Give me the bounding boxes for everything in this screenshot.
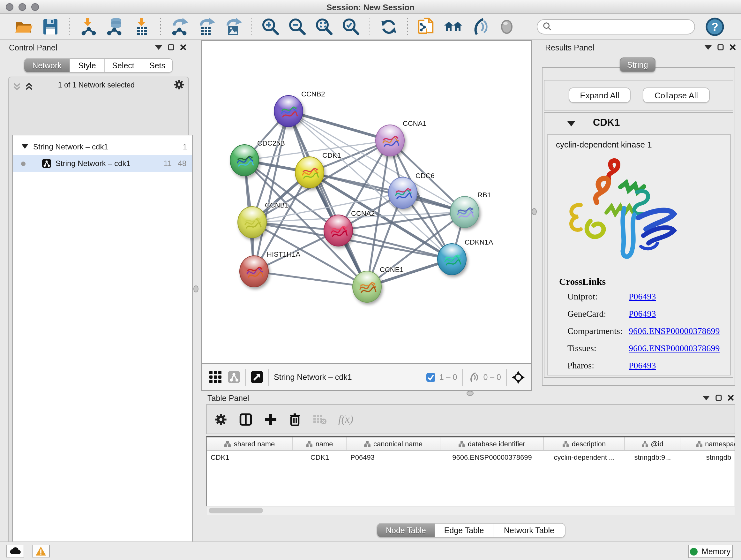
node-CDC6[interactable] [388,177,417,209]
table-cell[interactable]: stringdb:9... [625,451,680,463]
collapse-all-button[interactable]: Collapse All [643,87,710,103]
zoom-in-icon[interactable] [261,17,280,36]
create-column-plus-icon[interactable] [264,413,277,426]
column-header-description[interactable]: description [544,437,625,450]
export-network-icon[interactable] [170,17,189,36]
show-panels-eye-icon[interactable] [497,17,516,36]
tab-string[interactable]: String [620,57,656,72]
crosslink-link[interactable]: P06493 [629,361,656,371]
network-canvas[interactable]: CCNB2CCNA1CDC25BCDK1CDC6RB1CCNB1CCNA2CDK… [201,40,532,364]
edge-CCNB2-CCNA1[interactable] [288,111,390,140]
export-table-icon[interactable] [197,17,216,36]
tab-sets[interactable]: Sets [142,59,172,72]
search-field[interactable] [537,19,695,34]
column-header--id[interactable]: @id [625,437,680,450]
node-CDC25B[interactable] [230,144,259,176]
delete-column-trash-icon[interactable] [288,412,301,426]
crosslink-link[interactable]: P06493 [629,292,656,302]
help-icon[interactable]: ? [705,17,724,36]
crosslink-link[interactable]: 9606.ENSP00000378699 [629,326,720,336]
panel-float-icon[interactable] [718,44,724,51]
table-cell[interactable]: CDK1 [207,451,293,463]
crosslink-link[interactable]: 9606.ENSP00000378699 [629,344,720,354]
node-RB1[interactable] [450,196,479,228]
node-label-HIST1H1A: HIST1H1A [267,250,300,258]
scrollbar-thumb[interactable] [209,508,263,513]
zoom-fit-icon[interactable] [315,17,334,36]
export-image-icon[interactable] [223,17,243,36]
panel-collapse-icon[interactable] [155,44,162,50]
tab-select[interactable]: Select [105,59,142,72]
network-row-selected[interactable]: String Network – cdk1 11 48 [13,155,192,172]
panel-close-icon[interactable] [728,395,734,401]
import-database-icon[interactable] [105,17,125,36]
node-CCNE1[interactable] [352,271,382,303]
node-HIST1H1A[interactable] [239,255,269,287]
import-network-icon[interactable] [78,17,98,36]
node-CCNA2[interactable] [324,214,353,246]
panel-collapse-icon[interactable] [703,395,710,401]
node-label-CCNB1: CCNB1 [265,201,289,209]
tab-node-table[interactable]: Node Table [377,523,435,537]
table-cell[interactable]: CDK1 [293,451,347,463]
node-CDK1[interactable] [295,157,324,188]
panel-collapse-icon[interactable] [704,44,712,50]
network-options-gear-icon[interactable] [174,79,185,90]
tab-style[interactable]: Style [70,59,105,72]
left-splitter-handle[interactable] [193,286,199,293]
selected-checkbox-icon[interactable] [427,373,435,381]
hide-panels-icon[interactable] [470,17,489,36]
tab-edge-table[interactable]: Edge Table [435,523,493,537]
memory-button[interactable]: Memory [688,545,733,558]
table-row[interactable]: CDK1CDK1P064939606.ENSP00000378699cyclin… [207,451,735,463]
panel-close-icon[interactable] [180,44,186,51]
string-share-icon[interactable] [228,371,240,383]
edge-CCNB2-HIST1H1A[interactable] [254,111,288,271]
table-cell[interactable]: cyclin-dependent ... [544,451,625,463]
tab-network-table[interactable]: Network Table [493,523,565,537]
zoom-out-icon[interactable] [288,17,307,36]
hidden-eye-slash-icon[interactable] [468,372,479,382]
column-header-shared-name[interactable]: shared name [207,437,293,450]
import-table-icon[interactable] [132,17,151,36]
open-in-browser-icon[interactable] [251,371,263,383]
network-collection-row[interactable]: String Network – cdk1 1 [13,138,192,155]
edge-CCNE1-HIST1H1A[interactable] [254,271,367,287]
fit-crosshair-icon[interactable] [512,371,525,383]
show-columns-icon[interactable] [239,412,253,426]
node-CCNB2[interactable] [274,95,303,127]
node-CDKN1A[interactable] [437,243,467,275]
table-options-gear-icon[interactable] [214,413,227,426]
warnings-button[interactable] [32,545,50,557]
birdseye-grid-icon[interactable] [209,371,221,383]
table-cell[interactable]: P06493 [347,451,441,463]
panel-float-icon[interactable] [168,44,174,51]
column-header-namespace[interactable]: namespace [680,437,735,450]
expand-all-button[interactable]: Expand All [569,87,630,103]
column-header-database-identifier[interactable]: database identifier [441,437,544,450]
cloud-button[interactable] [6,545,24,557]
collection-name: String Network – cdk1 [33,142,108,151]
homes-icon[interactable] [444,17,463,36]
main-toolbar: ? [0,14,741,40]
node-CCNB1[interactable] [238,206,267,238]
save-session-icon[interactable] [41,17,60,36]
tab-network[interactable]: Network [24,59,70,72]
table-horizontal-scrollbar[interactable] [207,506,735,515]
annotation-copy-icon[interactable] [417,17,436,36]
crosslink-link[interactable]: P06493 [629,309,656,319]
node-CCNA1[interactable] [375,125,405,157]
refresh-icon[interactable] [379,17,398,36]
column-header-canonical-name[interactable]: canonical name [347,437,441,450]
collection-expander-icon[interactable] [22,144,28,149]
zoom-selected-icon[interactable] [341,17,360,36]
column-header-name[interactable]: name [293,437,347,450]
table-cell[interactable]: stringdb [680,451,735,463]
node-table[interactable]: shared namenamecanonical namedatabase id… [206,436,735,506]
toolbar-separator [160,17,161,36]
table-cell[interactable]: 9606.ENSP00000378699 [441,451,544,463]
open-session-icon[interactable] [14,17,33,36]
panel-float-icon[interactable] [716,395,722,401]
gene-expander-icon[interactable] [567,121,575,127]
panel-close-icon[interactable] [730,44,736,51]
